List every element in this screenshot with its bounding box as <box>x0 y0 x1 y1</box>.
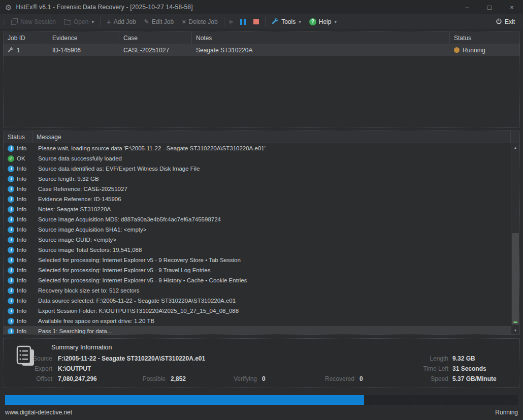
log-row[interactable]: iInfoSource image Acquisition SHA1: <emp… <box>4 224 511 235</box>
log-row[interactable]: iInfoSelected for processing: Internet E… <box>4 255 511 265</box>
log-row[interactable]: ✓OKSource data successfully loaded <box>4 153 511 164</box>
maximize-button[interactable]: □ <box>478 0 501 14</box>
export-label: Export <box>14 365 52 372</box>
log-row-status: iInfo <box>8 176 33 182</box>
speed-value: 5.37 GB/Minute <box>452 375 497 382</box>
stop-button[interactable] <box>253 19 259 24</box>
help-caret-icon: ▾ <box>334 19 337 24</box>
log-message: Source image GUID: <empty> <box>38 237 116 243</box>
log-row-status: iInfo <box>8 145 33 152</box>
log-status-text: Info <box>17 247 26 253</box>
log-row[interactable]: iInfoSource data identified as: EVF/Expe… <box>4 164 511 174</box>
log-row[interactable]: iInfoSource image Total Sectors: 19,541,… <box>4 245 511 255</box>
log-row[interactable]: iInfoPlease wait, loading source data 'F… <box>4 143 511 153</box>
log-col-status[interactable]: Status <box>4 131 32 143</box>
info-icon: i <box>8 237 14 243</box>
possible-value: 2,852 <box>171 375 186 382</box>
log-row[interactable]: iInfoExport Session Folder: K:\OUTPUT\ST… <box>4 306 511 316</box>
jobs-col-status[interactable]: Status <box>450 32 519 44</box>
close-button[interactable]: × <box>501 0 523 14</box>
log-row[interactable]: iInfoEvidence Reference: ID-145906 <box>4 194 511 204</box>
help-menu-button[interactable]: ? Help ▾ <box>305 16 341 28</box>
source-value: F:\2005-11-22 - Seagate ST310220A\ST3102… <box>58 355 205 362</box>
log-row[interactable]: iInfoSelected for processing: Internet E… <box>4 265 511 275</box>
log-scrollbar[interactable]: ▲ ▼ <box>511 143 519 334</box>
info-icon: i <box>8 247 14 253</box>
scroll-position-marker <box>513 321 517 323</box>
progress-bar <box>5 395 518 405</box>
info-icon: i <box>8 176 14 182</box>
info-icon: i <box>8 227 14 233</box>
log-message: Available free space on export drive: 1.… <box>38 318 154 324</box>
scroll-up-icon[interactable]: ▲ <box>511 144 519 151</box>
log-message: Notes: Seagate ST310220A <box>38 206 111 212</box>
statusbar-website-link[interactable]: www.digital-detective.net <box>5 409 72 416</box>
info-icon: i <box>8 145 14 152</box>
delete-job-button[interactable]: × Delete Job <box>178 16 222 28</box>
new-session-button[interactable]: New Session <box>7 16 60 28</box>
log-message: Selected for processing: Internet Explor… <box>38 267 210 273</box>
info-icon: i <box>8 298 14 304</box>
time-left-value: 31 Seconds <box>452 365 486 372</box>
tools-caret-icon: ▾ <box>299 19 301 24</box>
log-row[interactable]: iInfoData source selected: F:\2005-11-22… <box>4 296 511 306</box>
edit-job-button[interactable]: ✎ Edit Job <box>140 16 178 28</box>
job-case: CASE-20251027 <box>119 47 192 54</box>
job-status: Running <box>463 47 485 54</box>
log-row[interactable]: iInfoRecovery block size set to: 512 sec… <box>4 285 511 296</box>
jobs-col-jobid[interactable]: Job ID <box>4 32 48 44</box>
add-job-label: Add Job <box>114 18 136 25</box>
window-title: HstEx® v6.1 - Forensic Data Recovery - [… <box>16 4 192 11</box>
log-status-text: Info <box>17 186 26 192</box>
log-panel: Status Message iInfoPlease wait, loading… <box>3 131 520 335</box>
delete-job-label: Delete Job <box>188 18 217 25</box>
log-row[interactable]: iInfoAvailable free space on export driv… <box>4 316 511 326</box>
log-col-message[interactable]: Message <box>32 131 511 143</box>
length-label: Length <box>400 355 448 362</box>
add-job-button[interactable]: + Add Job <box>103 16 140 28</box>
progress-fill <box>5 395 364 405</box>
log-row-status: iInfo <box>8 328 33 335</box>
toolbar-grip[interactable]: ⋮ <box>1 18 6 25</box>
info-icon: i <box>8 318 14 325</box>
open-caret-icon[interactable]: ▾ <box>91 19 94 24</box>
log-status-text: OK <box>17 155 25 161</box>
log-status-text: Info <box>17 145 26 151</box>
jobs-header: Job ID Evidence Case Notes Status <box>4 32 519 44</box>
log-status-text: Info <box>17 267 26 273</box>
log-row[interactable]: iInfoSelected for processing: Internet E… <box>4 275 511 285</box>
tools-menu-button[interactable]: Tools ▾ <box>268 16 305 28</box>
log-row[interactable]: iInfoSource image GUID: <empty> <box>4 235 511 245</box>
log-status-text: Info <box>17 206 26 212</box>
minimize-button[interactable]: – <box>456 0 478 14</box>
jobs-col-case[interactable]: Case <box>119 32 192 44</box>
log-row[interactable]: iInfoNotes: Seagate ST310220A <box>4 204 511 214</box>
log-message: Source image Total Sectors: 19,541,088 <box>38 247 142 253</box>
speed-label: Speed <box>400 375 448 382</box>
open-button[interactable]: Open ▾ <box>60 16 98 28</box>
new-session-icon <box>11 18 18 25</box>
log-row[interactable]: iInfoSource image Acquisition MD5: d887a… <box>4 214 511 224</box>
open-label: Open <box>74 18 88 25</box>
add-icon: + <box>107 18 111 25</box>
jobs-col-notes[interactable]: Notes <box>192 32 450 44</box>
scroll-down-icon[interactable]: ▼ <box>511 327 519 334</box>
titlebar: ⚙ HstEx® v6.1 - Forensic Data Recovery -… <box>0 0 523 14</box>
job-row[interactable]: 1 ID-145906 CASE-20251027 Seagate ST3102… <box>4 44 519 56</box>
log-row[interactable]: iInfoPass 1: Searching for data... <box>4 326 511 334</box>
pause-button[interactable] <box>237 19 249 25</box>
jobs-col-evidence[interactable]: Evidence <box>48 32 119 44</box>
log-row[interactable]: iInfoSource length: 9.32 GB <box>4 174 511 184</box>
scroll-thumb[interactable] <box>512 233 519 325</box>
exit-button[interactable]: Exit <box>492 16 519 28</box>
play-button[interactable]: ▶ <box>226 18 237 25</box>
log-status-text: Info <box>17 176 26 182</box>
log-row-status: iInfo <box>8 287 33 294</box>
log-row[interactable]: iInfoCase Reference: CASE-20251027 <box>4 184 511 194</box>
log-status-text: Info <box>17 328 26 334</box>
tools-label: Tools <box>281 18 296 25</box>
log-message: Source data identified as: EVF/Expert Wi… <box>38 166 200 172</box>
info-icon: i <box>8 267 14 274</box>
summary-title: Summary Information <box>51 344 112 351</box>
info-icon: i <box>8 328 14 335</box>
